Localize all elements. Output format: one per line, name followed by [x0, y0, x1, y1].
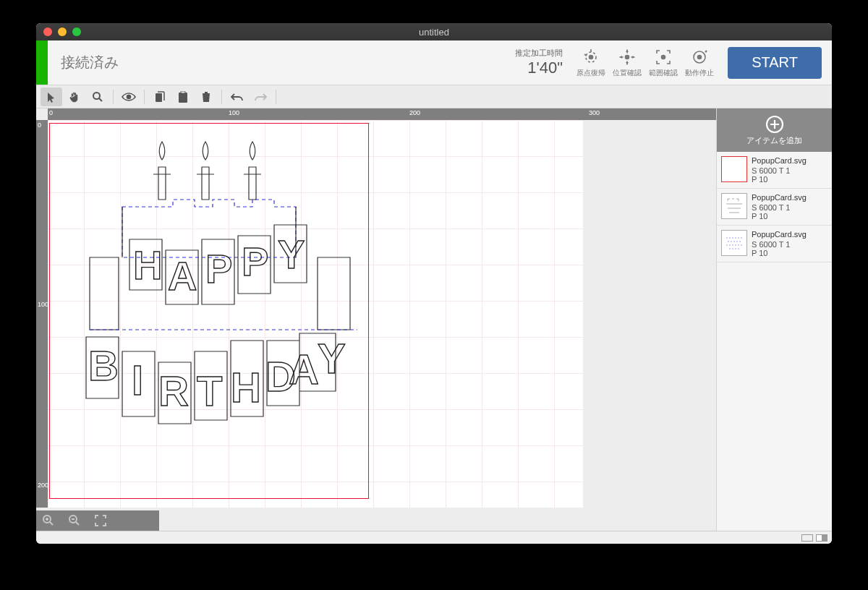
undo-button[interactable] [226, 87, 248, 106]
svg-text:R: R [158, 367, 189, 414]
zoom-tool[interactable] [87, 87, 109, 106]
layer-item[interactable]: PopupCard.svg S 6000 T 1 P 10 [717, 189, 832, 226]
svg-text:Y: Y [278, 231, 305, 277]
svg-text:Y: Y [318, 335, 346, 382]
layer-name: PopupCard.svg [752, 156, 827, 165]
separator [144, 90, 145, 104]
svg-text:P: P [242, 239, 268, 284]
separator [113, 90, 114, 104]
layer-params: P 10 [752, 249, 827, 257]
layer-thumbnail [721, 193, 747, 219]
svg-rect-9 [179, 93, 187, 103]
separator [276, 90, 276, 104]
window-title: untitled [36, 27, 832, 38]
ruler-vertical: 0 100 200 [36, 120, 48, 508]
undo-icon [231, 93, 244, 101]
cursor-icon [46, 91, 57, 103]
layer-params: S 6000 T 1 [752, 166, 827, 175]
position-check-button[interactable]: 位置確認 [609, 48, 645, 78]
layer-params: P 10 [752, 175, 827, 184]
toolbar [36, 85, 832, 108]
view-mode-split-icon[interactable] [816, 534, 827, 542]
connection-indicator [36, 40, 48, 85]
svg-point-7 [127, 95, 131, 98]
svg-point-1 [590, 55, 593, 59]
artwork-bounds[interactable]: H A P P Y B I R T H D A Y [49, 123, 369, 499]
layer-item[interactable]: PopupCard.svg S 6000 T 1 P 10 [717, 226, 832, 262]
range-check-icon [654, 48, 673, 67]
eye-icon [122, 92, 136, 102]
start-button[interactable]: START [728, 47, 822, 79]
svg-text:P: P [205, 246, 232, 291]
layer-params: S 6000 T 1 [752, 203, 827, 212]
svg-text:I: I [132, 356, 143, 403]
header: 接続済み 推定加工時間 1'40" 原点復帰 位置確認 範囲確認 動作停止 ST… [36, 40, 832, 85]
layer-name: PopupCard.svg [752, 230, 827, 239]
copy-icon [155, 91, 166, 103]
redo-icon [254, 93, 267, 101]
fit-screen-icon[interactable] [94, 514, 107, 527]
statusbar [36, 531, 832, 544]
zoom-in-icon[interactable] [42, 514, 55, 527]
svg-text:A: A [289, 346, 319, 393]
layer-name: PopupCard.svg [752, 193, 827, 202]
position-check-icon [618, 48, 637, 67]
clipboard-icon [178, 91, 188, 103]
plus-circle-icon [765, 115, 784, 134]
origin-return-button[interactable]: 原点復帰 [573, 48, 609, 78]
view-mode-single-icon[interactable] [801, 534, 813, 542]
stop-button[interactable]: 動作停止 [681, 48, 718, 78]
redo-button[interactable] [250, 87, 271, 106]
layer-params: S 6000 T 1 [752, 240, 827, 249]
layer-thumbnail [721, 156, 747, 182]
layer-thumbnail [721, 230, 747, 256]
canvas[interactable]: H A P P Y B I R T H D A Y [48, 120, 716, 508]
app-window: untitled 接続済み 推定加工時間 1'40" 原点復帰 位置確認 範囲確… [36, 23, 832, 544]
copy-button[interactable] [149, 87, 171, 106]
hand-icon [68, 90, 81, 103]
svg-point-2 [626, 55, 629, 59]
svg-text:A: A [168, 253, 197, 299]
stop-icon [690, 48, 709, 67]
add-item-button[interactable]: アイテムを追加 [717, 108, 832, 152]
svg-point-6 [93, 93, 100, 99]
pan-tool[interactable] [64, 87, 85, 106]
estimated-time: 推定加工時間 1'40" [515, 48, 573, 77]
zoom-toolbar [36, 510, 159, 531]
zoom-out-icon[interactable] [68, 514, 81, 527]
layer-params: P 10 [752, 212, 827, 221]
layer-item[interactable]: PopupCard.svg S 6000 T 1 P 10 [717, 152, 832, 189]
svg-point-5 [698, 55, 702, 59]
svg-point-3 [662, 55, 665, 59]
preview-tool[interactable] [118, 87, 140, 106]
svg-text:B: B [88, 342, 119, 389]
svg-text:H: H [231, 364, 261, 411]
svg-text:H: H [133, 242, 162, 288]
magnifier-icon [92, 91, 103, 103]
titlebar[interactable]: untitled [36, 23, 832, 40]
estimated-time-value: 1'40" [515, 59, 563, 77]
estimated-time-label: 推定加工時間 [515, 48, 563, 59]
select-tool[interactable] [41, 87, 62, 106]
separator [221, 90, 222, 104]
popup-card-design[interactable]: H A P P Y B I R T H D A Y [50, 124, 370, 500]
origin-return-icon [582, 48, 600, 67]
range-check-button[interactable]: 範囲確認 [645, 48, 681, 78]
canvas-area: 0 100 200 300 0 100 200 [36, 108, 716, 531]
paste-button[interactable] [172, 87, 194, 106]
sidebar: アイテムを追加 PopupCard.svg S 6000 T 1 P 10 Po… [716, 108, 832, 531]
svg-text:T: T [197, 367, 222, 414]
workarea: 0 100 200 300 0 100 200 [36, 108, 832, 531]
delete-button[interactable] [195, 87, 217, 106]
svg-rect-10 [181, 91, 185, 93]
connection-status: 接続済み [48, 53, 515, 72]
svg-rect-8 [156, 93, 162, 102]
ruler-horizontal: 0 100 200 300 [48, 108, 716, 120]
trash-icon [201, 91, 211, 103]
